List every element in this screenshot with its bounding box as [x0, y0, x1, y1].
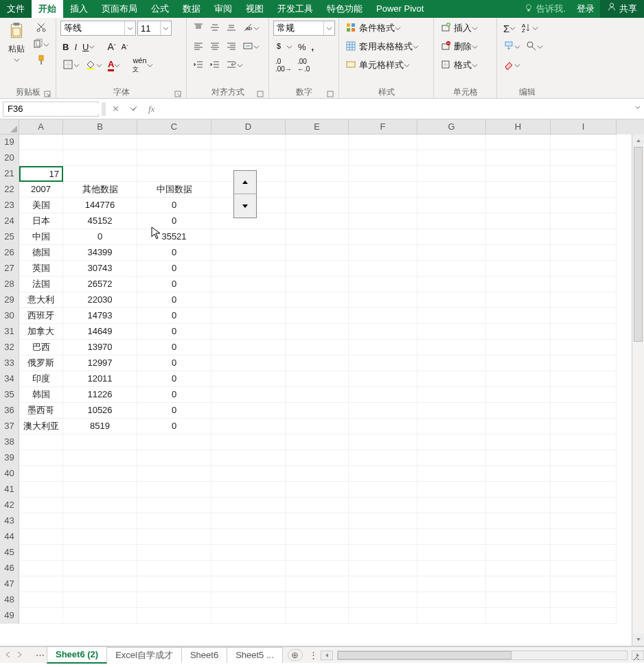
align-top-button[interactable] [191, 21, 206, 36]
align-bottom-button[interactable] [224, 21, 239, 36]
cell[interactable] [286, 466, 349, 482]
tab-overflow-button[interactable]: ⋮ [307, 650, 321, 660]
cell[interactable] [486, 561, 551, 576]
cell[interactable] [551, 545, 617, 561]
cell[interactable]: 西班牙 [19, 308, 63, 324]
spin-up-button[interactable] [234, 171, 256, 194]
cell[interactable] [349, 166, 417, 182]
cell[interactable] [137, 150, 211, 166]
cell[interactable] [551, 576, 617, 592]
column-header[interactable]: G [417, 119, 486, 134]
dialog-launcher-icon[interactable] [43, 89, 51, 97]
phonetic-button[interactable]: wén文 [130, 58, 154, 73]
cut-button[interactable] [30, 21, 51, 36]
row-header[interactable]: 33 [0, 355, 19, 371]
cell[interactable]: 巴西 [19, 340, 63, 355]
cell[interactable] [486, 213, 551, 229]
cell[interactable] [63, 450, 137, 466]
dialog-launcher-icon[interactable] [256, 89, 264, 97]
accept-formula-button[interactable]: ✓ [125, 102, 144, 117]
cell[interactable] [211, 387, 286, 403]
chevron-down-icon[interactable] [323, 21, 334, 35]
tab-special[interactable]: 特色功能 [320, 0, 369, 18]
cell[interactable] [63, 561, 137, 576]
percent-button[interactable]: % [296, 39, 308, 54]
cell[interactable] [137, 608, 211, 624]
cell[interactable] [286, 371, 349, 387]
cell[interactable]: 0 [137, 308, 211, 324]
cell[interactable]: 11226 [63, 387, 137, 403]
cell[interactable] [286, 403, 349, 419]
cell[interactable] [286, 498, 349, 513]
cell[interactable] [551, 561, 617, 576]
shrink-font-button[interactable]: Aˇ [119, 39, 130, 54]
bold-button[interactable]: B [60, 39, 71, 54]
cell[interactable] [486, 229, 551, 245]
cell[interactable] [417, 403, 486, 419]
cell[interactable] [349, 245, 417, 261]
name-box[interactable] [3, 102, 99, 117]
cell[interactable] [551, 308, 617, 324]
decrease-indent-button[interactable] [191, 58, 206, 73]
cell[interactable] [211, 466, 286, 482]
cell[interactable] [551, 513, 617, 529]
tab-formulas[interactable]: 公式 [144, 0, 176, 18]
cell[interactable] [551, 355, 617, 371]
hscroll-left-button[interactable] [321, 651, 333, 660]
cell[interactable] [286, 292, 349, 308]
sheet-tab[interactable]: Sheet6 (2) [47, 646, 107, 664]
cell[interactable]: 12011 [63, 371, 137, 387]
cell[interactable] [211, 245, 286, 261]
cell[interactable] [19, 592, 63, 608]
cell[interactable] [211, 324, 286, 340]
row-header[interactable]: 36 [0, 403, 19, 419]
cell[interactable] [486, 277, 551, 292]
row-header[interactable]: 34 [0, 371, 19, 387]
fx-icon[interactable]: fx [144, 104, 159, 115]
chevron-down-icon[interactable] [160, 21, 171, 35]
sheet-tab[interactable]: Sheet6 [181, 647, 227, 663]
cell[interactable] [137, 592, 211, 608]
borders-button[interactable] [60, 58, 82, 73]
cell[interactable] [486, 419, 551, 434]
cell[interactable] [211, 308, 286, 324]
cell[interactable] [486, 466, 551, 482]
cell[interactable] [486, 166, 551, 182]
row-header[interactable]: 30 [0, 308, 19, 324]
cell[interactable] [349, 466, 417, 482]
chevron-down-icon[interactable] [124, 21, 135, 35]
cell[interactable] [349, 529, 417, 545]
cell[interactable] [211, 513, 286, 529]
cell[interactable] [211, 592, 286, 608]
cell[interactable] [137, 545, 211, 561]
cell[interactable]: 美国 [19, 198, 63, 213]
cell[interactable] [19, 150, 63, 166]
cell[interactable] [211, 482, 286, 498]
cell[interactable] [63, 434, 137, 450]
cell[interactable] [349, 482, 417, 498]
cell[interactable]: 0 [137, 198, 211, 213]
row-header[interactable]: 49 [0, 608, 19, 624]
cell[interactable] [19, 466, 63, 482]
row-header[interactable]: 32 [0, 340, 19, 355]
cell[interactable] [137, 498, 211, 513]
more-sheets-button[interactable]: ⋯ [33, 650, 47, 660]
currency-button[interactable]: $ [273, 39, 295, 54]
cell[interactable]: 0 [137, 292, 211, 308]
cell[interactable] [286, 450, 349, 466]
cell[interactable] [211, 529, 286, 545]
vertical-scrollbar[interactable] [632, 134, 644, 646]
cell[interactable]: 26572 [63, 277, 137, 292]
cell[interactable] [286, 608, 349, 624]
cell[interactable] [137, 134, 211, 150]
cell[interactable]: 22030 [63, 292, 137, 308]
cell[interactable] [349, 324, 417, 340]
cell[interactable] [417, 213, 486, 229]
tab-review[interactable]: 审阅 [207, 0, 239, 18]
delete-cell-button[interactable]: 删除 [438, 39, 493, 54]
cell[interactable] [349, 292, 417, 308]
cell[interactable] [551, 387, 617, 403]
row-header[interactable]: 26 [0, 245, 19, 261]
horizontal-scrollbar[interactable] [337, 651, 628, 660]
fill-button[interactable] [501, 39, 522, 54]
